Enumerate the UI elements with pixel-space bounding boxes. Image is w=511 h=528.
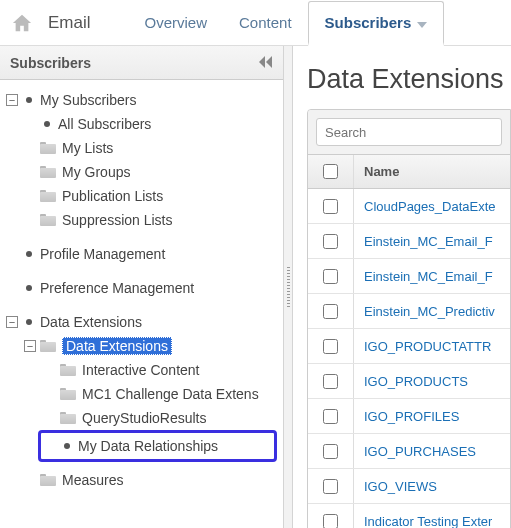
row-checkbox[interactable] [323, 269, 338, 284]
tree-label: All Subscribers [58, 116, 151, 132]
row-checkbox[interactable] [323, 479, 338, 494]
main-content: Data Extensions Name CloudPages_DataExte… [293, 46, 511, 528]
tree-my-lists[interactable]: My Lists [0, 136, 283, 160]
bullet-icon [26, 285, 32, 291]
tree-label-selected: Data Extensions [62, 337, 172, 355]
row-check-cell [308, 504, 354, 528]
row-check-cell [308, 399, 354, 433]
table-row[interactable]: IGO_PURCHASES [308, 434, 510, 469]
folder-icon [40, 190, 56, 202]
tree-label: Publication Lists [62, 188, 163, 204]
chevron-down-icon [417, 14, 427, 31]
collapse-icon[interactable] [259, 55, 273, 71]
folder-icon [40, 142, 56, 154]
tree-data-extensions-root[interactable]: − Data Extensions [0, 310, 283, 334]
row-name-link[interactable]: Indicator Testing Exter [354, 514, 492, 529]
tree-my-groups[interactable]: My Groups [0, 160, 283, 184]
sidebar-title: Subscribers [10, 55, 91, 71]
row-check-cell [308, 224, 354, 258]
tree: − My Subscribers All Subscribers My List… [0, 80, 283, 500]
search-input[interactable] [316, 118, 502, 146]
row-check-cell [308, 434, 354, 468]
row-check-cell [308, 469, 354, 503]
sidebar-header: Subscribers [0, 46, 283, 80]
row-check-cell [308, 259, 354, 293]
column-header-name[interactable]: Name [354, 164, 510, 179]
data-table: Name CloudPages_DataExteEinstein_MC_Emai… [307, 109, 511, 528]
folder-icon [40, 340, 56, 352]
tree-publication-lists[interactable]: Publication Lists [0, 184, 283, 208]
table-row[interactable]: IGO_PROFILES [308, 399, 510, 434]
tree-label: My Data Relationships [78, 438, 218, 454]
folder-icon [60, 364, 76, 376]
bullet-icon [26, 251, 32, 257]
tree-preference-management[interactable]: Preference Management [0, 276, 283, 300]
row-checkbox[interactable] [323, 409, 338, 424]
expander-minus-icon[interactable]: − [6, 316, 18, 328]
tree-mc1-challenge[interactable]: MC1 Challenge Data Extens [0, 382, 283, 406]
row-checkbox[interactable] [323, 339, 338, 354]
tab-overview[interactable]: Overview [129, 0, 224, 45]
tree-label: My Lists [62, 140, 113, 156]
tree-label: MC1 Challenge Data Extens [82, 386, 259, 402]
row-name-link[interactable]: CloudPages_DataExte [354, 199, 496, 214]
bullet-icon [64, 443, 70, 449]
tab-subscribers[interactable]: Subscribers [308, 1, 445, 46]
tree-label: Preference Management [40, 280, 194, 296]
folder-icon [40, 166, 56, 178]
row-name-link[interactable]: IGO_PRODUCTS [354, 374, 468, 389]
tree-label: Data Extensions [40, 314, 142, 330]
sidebar: Subscribers − My Subscribers All Subscri… [0, 46, 283, 528]
select-all-checkbox[interactable] [323, 164, 338, 179]
row-checkbox[interactable] [323, 234, 338, 249]
bullet-icon [26, 319, 32, 325]
row-name-link[interactable]: IGO_PURCHASES [354, 444, 476, 459]
tree-label: My Subscribers [40, 92, 136, 108]
tree-interactive-content[interactable]: Interactive Content [0, 358, 283, 382]
tree-label: Interactive Content [82, 362, 200, 378]
tree-data-extensions-folder[interactable]: − Data Extensions [0, 334, 283, 358]
table-row[interactable]: IGO_PRODUCTS [308, 364, 510, 399]
table-row[interactable]: Einstein_MC_Email_F [308, 224, 510, 259]
page-title: Data Extensions [307, 64, 511, 95]
table-row[interactable]: Indicator Testing Exter [308, 504, 510, 528]
tree-query-studio[interactable]: QueryStudioResults [0, 406, 283, 430]
tree-measures[interactable]: Measures [0, 468, 283, 492]
table-row[interactable]: CloudPages_DataExte [308, 189, 510, 224]
row-name-link[interactable]: IGO_VIEWS [354, 479, 437, 494]
row-checkbox[interactable] [323, 304, 338, 319]
table-body: CloudPages_DataExteEinstein_MC_Email_FEi… [308, 189, 510, 528]
row-name-link[interactable]: Einstein_MC_Email_F [354, 269, 493, 284]
tree-my-data-relationships[interactable]: My Data Relationships [40, 432, 275, 460]
row-checkbox[interactable] [323, 199, 338, 214]
folder-icon [40, 474, 56, 486]
row-check-cell [308, 294, 354, 328]
resizer-handle[interactable] [283, 46, 293, 528]
expander-minus-icon[interactable]: − [24, 340, 36, 352]
home-button[interactable] [0, 0, 44, 45]
tree-label: QueryStudioResults [82, 410, 207, 426]
select-all-cell [308, 155, 354, 188]
tree-my-subscribers[interactable]: − My Subscribers [0, 88, 283, 112]
folder-icon [60, 388, 76, 400]
table-row[interactable]: Einstein_MC_Email_F [308, 259, 510, 294]
tab-content[interactable]: Content [223, 0, 308, 45]
tree-profile-management[interactable]: Profile Management [0, 242, 283, 266]
row-checkbox[interactable] [323, 444, 338, 459]
row-check-cell [308, 189, 354, 223]
row-name-link[interactable]: IGO_PRODUCTATTR [354, 339, 491, 354]
row-checkbox[interactable] [323, 374, 338, 389]
tree-label: Profile Management [40, 246, 165, 262]
tree-suppression-lists[interactable]: Suppression Lists [0, 208, 283, 232]
row-name-link[interactable]: IGO_PROFILES [354, 409, 459, 424]
tab-subscribers-label: Subscribers [325, 14, 412, 31]
row-name-link[interactable]: Einstein_MC_Predictiv [354, 304, 495, 319]
table-row[interactable]: IGO_VIEWS [308, 469, 510, 504]
row-check-cell [308, 329, 354, 363]
tree-all-subscribers[interactable]: All Subscribers [0, 112, 283, 136]
table-row[interactable]: IGO_PRODUCTATTR [308, 329, 510, 364]
table-row[interactable]: Einstein_MC_Predictiv [308, 294, 510, 329]
row-name-link[interactable]: Einstein_MC_Email_F [354, 234, 493, 249]
row-checkbox[interactable] [323, 514, 338, 529]
expander-minus-icon[interactable]: − [6, 94, 18, 106]
